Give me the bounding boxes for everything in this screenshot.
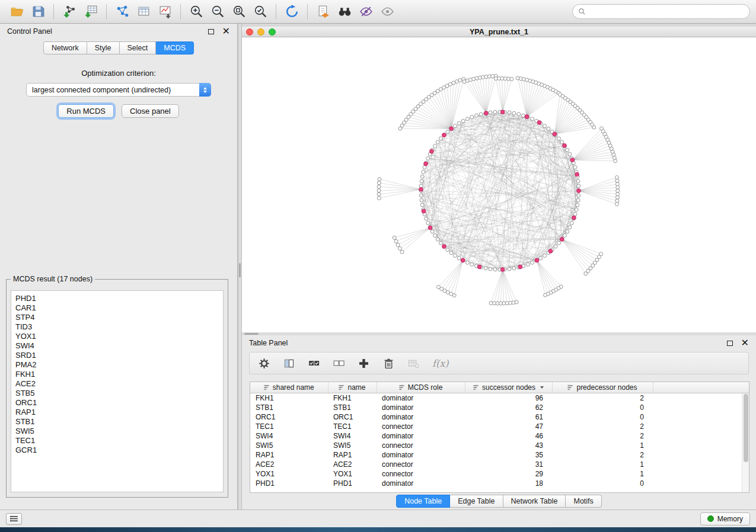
import-network-button[interactable]: [59, 2, 80, 21]
column-header-MCDS-role[interactable]: MCDS role: [377, 382, 465, 393]
mcds-result-item[interactable]: ACE2: [15, 379, 219, 389]
close-panel-icon[interactable]: ✕: [741, 338, 749, 348]
zoom-in-icon: [189, 4, 204, 19]
mcds-result-item[interactable]: TEC1: [15, 436, 219, 446]
table-scrollbar[interactable]: [742, 393, 749, 492]
float-panel-icon[interactable]: [208, 29, 214, 34]
delete-column-button[interactable]: [382, 357, 395, 370]
table-row[interactable]: SWI4SWI4dominator462: [250, 431, 749, 441]
table-row[interactable]: FKH1FKH1dominator962: [250, 393, 749, 403]
function-builder-button-disabled: f(x): [432, 358, 448, 369]
mcds-result-item[interactable]: STB5: [15, 389, 219, 398]
tab-node-table[interactable]: Node Table: [396, 495, 450, 508]
cell-filler: [653, 412, 749, 422]
table-row[interactable]: SWI5SWI5connector431: [250, 441, 749, 450]
save-session-button[interactable]: [27, 2, 49, 21]
table-row[interactable]: ORC1ORC1dominator610: [250, 412, 749, 422]
deselect-all-button[interactable]: [333, 357, 345, 370]
export-image-button[interactable]: [154, 2, 176, 21]
table-row[interactable]: YOX1YOX1connector291: [250, 469, 749, 479]
tab-network-table[interactable]: Network Table: [503, 495, 566, 508]
column-header-name[interactable]: name: [328, 382, 377, 393]
zoom-selected-button[interactable]: [250, 2, 271, 21]
toolbar-divider: [307, 4, 308, 20]
zoom-out-button[interactable]: [207, 2, 228, 21]
tab-network[interactable]: Network: [43, 41, 87, 55]
splitter-grip[interactable]: [244, 333, 259, 335]
mcds-result-item[interactable]: PMA2: [15, 360, 219, 370]
show-columns-button[interactable]: [283, 357, 295, 370]
mcds-result-item[interactable]: SWI4: [15, 341, 219, 351]
mcds-result-list[interactable]: PHD1CAR1STP4TID3YOX1SWI4SRD1PMA2FKH1ACE2…: [11, 290, 224, 492]
run-mcds-button[interactable]: Run MCDS: [58, 104, 114, 118]
add-column-button[interactable]: [358, 357, 370, 370]
scrollbar-thumb[interactable]: [744, 394, 748, 462]
mcds-result-item[interactable]: CAR1: [15, 303, 219, 313]
search-network-button[interactable]: [334, 2, 355, 21]
search-input[interactable]: [589, 8, 744, 16]
show-all-button[interactable]: [377, 2, 398, 21]
table-row[interactable]: PHD1PHD1dominator180: [250, 479, 749, 488]
mcds-result-item[interactable]: STB1: [15, 417, 219, 427]
share-document-button[interactable]: [312, 2, 334, 21]
memory-button[interactable]: Memory: [700, 512, 750, 525]
new-network-button[interactable]: [111, 2, 133, 21]
network-canvas[interactable]: [242, 37, 756, 332]
mcds-result-item[interactable]: ORC1: [15, 398, 219, 408]
mcds-result-item[interactable]: RAP1: [15, 408, 219, 417]
zoom-window-button[interactable]: [269, 28, 276, 36]
toolbar-divider: [276, 4, 276, 20]
optimization-criterion-label: Optimization criterion:: [0, 69, 237, 78]
mcds-result-item[interactable]: GCR1: [15, 446, 219, 455]
table-panel: Table Panel ✕: [242, 335, 756, 511]
chevron-down-icon[interactable]: [540, 386, 544, 389]
tab-mcds[interactable]: MCDS: [156, 41, 194, 55]
splitter-grip[interactable]: [239, 263, 241, 277]
mcds-result-item[interactable]: PHD1: [15, 294, 219, 303]
import-table-button[interactable]: [80, 2, 101, 21]
memory-label: Memory: [717, 515, 743, 523]
zoom-in-button[interactable]: [186, 2, 207, 21]
mcds-result-item[interactable]: YOX1: [15, 332, 219, 341]
cell-name: TEC1: [328, 422, 377, 431]
mcds-result-item[interactable]: FKH1: [15, 370, 219, 379]
mcds-result-item[interactable]: STP4: [15, 313, 219, 322]
network-window-titlebar[interactable]: YPA_prune.txt_1: [242, 27, 756, 37]
minimize-window-button[interactable]: [257, 28, 264, 36]
tab-edge-table[interactable]: Edge Table: [450, 495, 503, 508]
tab-select[interactable]: Select: [120, 41, 157, 55]
tab-style[interactable]: Style: [87, 41, 120, 55]
table-row[interactable]: STB1STB1dominator620: [250, 403, 749, 412]
table-row[interactable]: TEC1TEC1connector472: [250, 422, 749, 431]
zoom-fit-button[interactable]: [228, 2, 250, 21]
vertical-splitter[interactable]: [238, 24, 242, 511]
desktop-background: [0, 527, 756, 532]
hide-selected-icon: [359, 4, 374, 19]
open-session-button[interactable]: [6, 2, 27, 21]
cell-filler: [653, 441, 749, 450]
new-table-button[interactable]: [133, 2, 154, 21]
float-panel-icon[interactable]: [727, 341, 733, 346]
select-all-button[interactable]: [308, 357, 320, 370]
table-row[interactable]: ACE2ACE2connector311: [250, 460, 749, 469]
table-settings-button[interactable]: [258, 357, 270, 370]
column-header-predecessor-nodes[interactable]: predecessor nodes: [552, 382, 653, 393]
column-header-shared-name[interactable]: shared name: [250, 382, 328, 393]
cell-successors: 47: [465, 422, 552, 431]
panel-menu-button[interactable]: [6, 513, 22, 525]
column-header-successor-nodes[interactable]: successor nodes: [465, 382, 552, 393]
tab-motifs[interactable]: Motifs: [566, 495, 601, 508]
refresh-layout-button[interactable]: [281, 2, 302, 21]
search-box[interactable]: [572, 4, 750, 19]
close-window-button[interactable]: [246, 28, 253, 36]
close-panel-button[interactable]: Close panel: [122, 104, 179, 118]
mcds-result-item[interactable]: TID3: [15, 322, 219, 332]
table-panel-header: Table Panel ✕: [242, 335, 756, 351]
close-panel-icon[interactable]: ✕: [222, 27, 230, 36]
criterion-select[interactable]: largest connected component (undirected): [26, 83, 211, 97]
table-row[interactable]: RAP1RAP1dominator352: [250, 450, 749, 460]
hide-selected-button[interactable]: [355, 2, 377, 21]
mcds-result-item[interactable]: SRD1: [15, 351, 219, 360]
gear-icon: [258, 357, 270, 370]
mcds-result-item[interactable]: SWI5: [15, 427, 219, 436]
